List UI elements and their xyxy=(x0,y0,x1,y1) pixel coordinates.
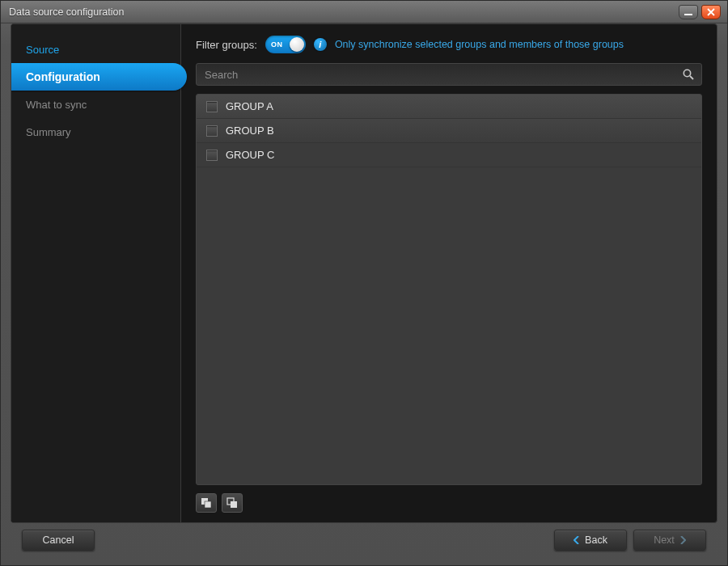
sidebar-item-summary[interactable]: Summary xyxy=(11,118,180,146)
filter-hint: Only synchronize selected groups and mem… xyxy=(335,39,624,50)
select-all-button[interactable] xyxy=(196,493,217,513)
close-button[interactable] xyxy=(701,5,721,19)
checkbox[interactable] xyxy=(206,125,218,137)
window-title: Data source configuration xyxy=(9,6,679,18)
search-icon[interactable] xyxy=(682,68,695,81)
list-item[interactable]: GROUP A xyxy=(197,95,701,119)
filter-toggle[interactable]: ON xyxy=(265,36,306,53)
list-item[interactable]: GROUP C xyxy=(197,143,701,167)
sidebar: Source Configuration What to sync Summar… xyxy=(11,24,181,522)
next-button[interactable]: Next xyxy=(633,530,706,551)
toggle-on-label: ON xyxy=(271,40,283,49)
minimize-icon xyxy=(684,14,692,15)
deselect-all-icon xyxy=(226,497,238,509)
minimize-button[interactable] xyxy=(679,5,698,19)
group-list[interactable]: GROUP A GROUP B GROUP C xyxy=(196,94,702,485)
svg-point-0 xyxy=(684,70,690,76)
deselect-all-button[interactable] xyxy=(222,493,243,513)
group-label: GROUP A xyxy=(226,100,273,112)
sidebar-item-source[interactable]: Source xyxy=(11,36,180,63)
list-item[interactable]: GROUP B xyxy=(197,119,701,143)
sidebar-item-configuration[interactable]: Configuration xyxy=(11,63,187,91)
body-shell: Source Configuration What to sync Summar… xyxy=(1,23,727,565)
svg-rect-3 xyxy=(205,501,211,508)
chevron-right-icon xyxy=(679,536,686,544)
svg-line-1 xyxy=(690,76,693,79)
titlebar[interactable]: Data source configuration xyxy=(1,1,727,23)
checkbox[interactable] xyxy=(206,150,218,161)
cancel-button[interactable]: Cancel xyxy=(22,530,95,551)
footer: Cancel Back Next xyxy=(11,523,717,557)
checkbox[interactable] xyxy=(206,101,218,112)
group-label: GROUP C xyxy=(226,149,274,161)
window-root: Data source configuration Source Configu… xyxy=(0,0,728,566)
search-field[interactable] xyxy=(196,63,702,86)
inner-panel: Source Configuration What to sync Summar… xyxy=(11,23,717,523)
info-icon[interactable]: i xyxy=(314,38,327,51)
back-button-label: Back xyxy=(585,534,607,546)
toggle-knob xyxy=(290,37,304,52)
svg-rect-5 xyxy=(231,501,237,508)
filter-row: Filter groups: ON i Only synchronize sel… xyxy=(196,36,702,53)
close-icon xyxy=(707,8,715,16)
list-actions xyxy=(196,493,702,513)
search-input[interactable] xyxy=(205,69,682,81)
filter-label: Filter groups: xyxy=(196,39,257,51)
window-controls xyxy=(679,5,721,19)
select-all-icon xyxy=(201,497,212,509)
main-area: Filter groups: ON i Only synchronize sel… xyxy=(181,24,717,522)
group-label: GROUP B xyxy=(226,125,274,137)
chevron-left-icon xyxy=(574,536,580,544)
sidebar-item-what-to-sync[interactable]: What to sync xyxy=(11,91,180,118)
next-button-label: Next xyxy=(654,534,675,546)
back-button[interactable]: Back xyxy=(554,530,627,551)
